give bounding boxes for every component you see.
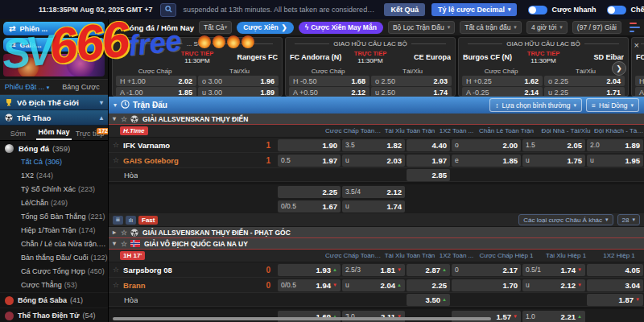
horizontal-scrollbar[interactable]: [113, 317, 491, 320]
ou-odds-cell[interactable]: o 3.001.96: [198, 76, 279, 86]
odds-cell[interactable]: 1.90: [278, 139, 341, 151]
league-header[interactable]: ▾☆GIẢI VÔ ĐỊCH QUỐC GIA NA UY: [109, 238, 644, 250]
sidebar-banner-version[interactable]: ⇄ Phiên ...: [3, 22, 105, 35]
odds-cell[interactable]: 2.01.89: [587, 139, 643, 151]
favorite-star-icon[interactable]: ☆: [113, 281, 119, 289]
tab-today[interactable]: Hôm Nay: [36, 128, 72, 140]
market-count-dropdown[interactable]: 28▾: [617, 214, 640, 225]
handicap-odds-cell[interactable]: A -1.001.85: [116, 87, 196, 97]
odds-cell[interactable]: 2.87▲: [407, 264, 450, 276]
favorite-star-icon[interactable]: ☆: [121, 240, 127, 248]
odds-cell[interactable]: 2.5/31.81▼: [342, 264, 405, 276]
favorite-star-icon[interactable]: ☆: [121, 115, 127, 123]
odds-cell[interactable]: 4.40: [407, 139, 450, 151]
sidebar-filter-item[interactable]: Bàn thắng Đầu/ Cuối(122): [0, 251, 108, 265]
odds-cell[interactable]: 2.85: [407, 169, 450, 181]
odds-format-dropdown[interactable]: Tỷ lệ cược Decimal ▾: [431, 3, 517, 16]
sort-icon[interactable]: [630, 23, 640, 32]
tab-bet-board[interactable]: Bảng Cược: [54, 83, 108, 91]
view-mode-dropdown[interactable]: ↕ Lựa chọn bình thường ▾: [489, 98, 582, 112]
lucky-parlay-button[interactable]: ϟ Cược Xiên May Mắn: [299, 22, 383, 34]
ou-odds-cell[interactable]: u 2.251.71: [544, 87, 625, 97]
odds-cell[interactable]: 3.5/42.12: [342, 186, 405, 198]
odds-cell[interactable]: 1.93▲: [278, 264, 341, 276]
tab-live[interactable]: Trực tiếp 172: [72, 130, 108, 140]
sidebar-item-sport[interactable]: Bóng Đá Saba(41): [0, 292, 108, 308]
odds-cell[interactable]: 0/0.51.67: [278, 200, 341, 213]
row-display-dropdown[interactable]: ≡ Hai Dòng ▾: [586, 98, 639, 112]
tab-betslip[interactable]: Phiếu Đặt ... ▾: [0, 83, 54, 91]
market-type-dropdown[interactable]: Tất Cả ▾: [199, 21, 232, 34]
all-matches-dropdown[interactable]: Tất cả trận đấu▾: [460, 21, 522, 34]
ou-odds-cell[interactable]: u 3.001.89: [198, 87, 279, 97]
sidebar-filter-item[interactable]: Hiệp 1/Toàn Trận(174): [0, 224, 108, 237]
odds-cell[interactable]: 1.70: [452, 279, 521, 291]
odds-cell[interactable]: u1.75: [522, 155, 585, 167]
accordion-world-cup[interactable]: Vô Địch Thế Giới ▾: [0, 95, 108, 110]
odds-cell[interactable]: 1.97: [407, 155, 450, 167]
sidebar-filter-item[interactable]: Lẻ/Chẵn(249): [0, 196, 108, 210]
odds-cell[interactable]: 02.17: [452, 264, 521, 276]
odds-cell[interactable]: 2.25: [407, 279, 450, 291]
handicap-odds-cell[interactable]: H +1.002.02: [116, 76, 196, 86]
next-cards-button[interactable]: ❯: [612, 61, 626, 76]
league-count-button[interactable]: (97 / 97) Giải: [572, 21, 621, 34]
sidebar-filter-item[interactable]: Chẵn / Lẻ của Nửa trận...(152): [0, 237, 108, 251]
sidebar-item-football[interactable]: Bóng đá (359): [0, 141, 108, 155]
odds-cell[interactable]: 1.52.05: [522, 139, 585, 151]
list-view-icon[interactable]: ≣: [113, 216, 123, 225]
handicap-odds-cell[interactable]: A -0.252.14: [462, 87, 543, 97]
close-icon[interactable]: ×: [634, 40, 639, 50]
asian-markets-dropdown[interactable]: Các loại cược Châu Á khác▾: [518, 214, 613, 225]
odds-cell[interactable]: 3.50▲: [407, 294, 450, 306]
odds-cell[interactable]: 2.25: [278, 186, 341, 198]
sidebar-filter-item[interactable]: Cược Thẳng(53): [0, 279, 108, 292]
favorite-star-icon[interactable]: ☆: [113, 266, 119, 274]
results-button[interactable]: Kết Quả: [384, 3, 425, 16]
favorite-star-icon[interactable]: ☆: [113, 141, 119, 149]
sidebar-item-sport[interactable]: Thể Thao Điện Tử(54): [0, 308, 108, 322]
handicap-odds-cell[interactable]: A 0.0: [635, 87, 644, 97]
ou-odds-cell[interactable]: u 2.501.74: [371, 87, 452, 97]
tab-early[interactable]: Sớm: [0, 130, 36, 140]
odds-cell[interactable]: 0.51.97: [278, 155, 341, 167]
fast-market-badge[interactable]: Fast: [138, 216, 158, 225]
time-range-dropdown[interactable]: 4 giờ tới▾: [526, 21, 568, 34]
league-header[interactable]: ▸☆GIẢI ALLSVENSKAN THỤY ĐIỂN - PHẠT GÓC: [109, 227, 644, 238]
odds-cell[interactable]: o2.00: [452, 139, 521, 151]
chart-view-icon[interactable]: ılı: [126, 216, 136, 225]
accordion-sports[interactable]: Thể Thao ▴: [0, 110, 108, 126]
ou-odds-cell[interactable]: o 2.502.03: [371, 76, 452, 86]
ou-odds-cell[interactable]: o 2.252.04: [544, 76, 625, 86]
league-header[interactable]: ▾☆GIẢI ALLSVENSKAN THỤY ĐIỂN: [109, 114, 644, 125]
sidebar-filter-item[interactable]: 1X2(244): [0, 169, 108, 183]
favorite-star-icon[interactable]: ☆: [113, 156, 119, 164]
handicap-odds-cell[interactable]: A +0.502.12: [289, 87, 369, 97]
chevron-down-icon[interactable]: ▾: [114, 101, 117, 109]
odds-cell[interactable]: u1.95: [587, 155, 643, 167]
search-button[interactable]: [160, 3, 176, 17]
sidebar-filter-item[interactable]: Tất Cả(306): [0, 155, 108, 169]
sidebar-banner-galaxy[interactable]: ⇄ Gala...: [3, 38, 105, 52]
favorite-star-icon[interactable]: ☆: [121, 229, 127, 237]
odds-cell[interactable]: u2.04▲: [342, 279, 405, 291]
odds-cell[interactable]: 1.02.21▲: [522, 311, 585, 322]
parlay-button[interactable]: Cược Xiên ❯: [237, 22, 294, 34]
odds-cell[interactable]: u1.74: [342, 200, 405, 213]
odds-cell[interactable]: 0.5/11.74▼: [522, 264, 585, 276]
handicap-odds-cell[interactable]: H +0.251.62: [462, 76, 543, 86]
odds-cell[interactable]: 3.51.82: [342, 139, 405, 151]
handicap-odds-cell[interactable]: H -0.501.68: [289, 76, 369, 86]
match-filter-dropdown[interactable]: Bộ Lọc Trận Đấu▾: [388, 21, 455, 34]
promo-banner-image[interactable]: [3, 54, 105, 76]
sidebar-filter-item[interactable]: Cá Cược Tổng Hợp(450): [0, 265, 108, 279]
sidebar-filter-item[interactable]: Tỷ Số Chính Xác(223): [0, 183, 108, 196]
odds-cell[interactable]: 3.04: [587, 279, 643, 291]
odds-cell[interactable]: e1.85: [452, 155, 521, 167]
odds-cell[interactable]: u2.03: [342, 155, 405, 167]
dark-mode-toggle[interactable]: [607, 6, 626, 14]
odds-cell[interactable]: 4.05: [587, 264, 643, 276]
odds-cell[interactable]: u2.12▼: [522, 279, 585, 291]
sidebar-filter-item[interactable]: Tổng Số Bàn Thắng(221): [0, 210, 108, 224]
quick-bet-toggle[interactable]: [528, 6, 547, 14]
